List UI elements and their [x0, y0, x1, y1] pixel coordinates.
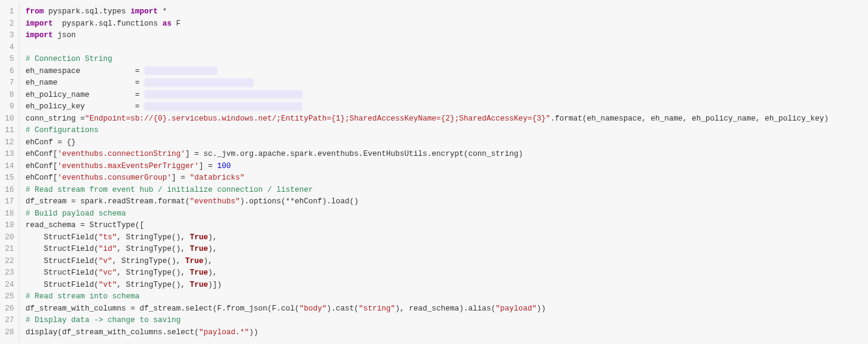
token-str: "id": [99, 245, 117, 253]
token-text: df_stream_with_columns = df_stream.selec…: [26, 304, 299, 313]
token-text: eh_namespace =: [26, 67, 144, 75]
line-number: 21: [5, 244, 14, 256]
token-text: , StringType(),: [117, 245, 190, 253]
line-number: 10: [5, 113, 14, 125]
line-number: 5: [5, 54, 14, 66]
line-number: 22: [5, 256, 14, 268]
line-number: 2: [5, 18, 14, 30]
token-bool: True: [190, 245, 208, 253]
token-str: "eventhubs": [190, 197, 240, 206]
code-line: eh_namespace =: [26, 66, 862, 78]
token-text: ),: [208, 245, 217, 253]
line-number: 13: [5, 149, 14, 161]
token-text: F: [172, 19, 181, 28]
code-line: df_stream_with_columns = df_stream.selec…: [26, 303, 862, 315]
line-number: 12: [5, 137, 14, 149]
code-line: StructField("vc", StringType(), True),: [26, 267, 862, 279]
token-kw: as: [162, 19, 172, 28]
line-number: 9: [5, 101, 14, 113]
code-content[interactable]: from pyspark.sql.types import *import py…: [19, 2, 868, 342]
code-line: from pyspark.sql.types import *: [26, 6, 862, 18]
token-text: , StringType(),: [117, 281, 190, 289]
token-text: ),: [204, 257, 213, 265]
code-editor: 1234567891011121314151617181920212223242…: [0, 2, 868, 342]
code-line: # Display data -> change to saving: [26, 315, 862, 327]
token-str: "vt": [99, 281, 117, 289]
line-number: 6: [5, 66, 14, 78]
token-text: pyspark.sql.types: [44, 7, 131, 16]
token-text: ] = sc._jvm.org.apache.spark.eventhubs.E…: [186, 150, 523, 158]
redacted-value: [144, 79, 254, 87]
token-bool: True: [190, 281, 208, 289]
code-line: eh_policy_name =: [26, 90, 862, 102]
token-text: StructField(: [26, 245, 99, 253]
token-text: eh_policy_key =: [26, 102, 144, 111]
token-str: 'eventhubs.maxEventsPerTrigger': [58, 162, 200, 170]
line-number: 19: [5, 220, 14, 232]
line-number: 18: [5, 208, 14, 220]
token-str: "ts": [99, 233, 117, 242]
token-text: conn_string =: [26, 114, 85, 123]
token-text: , StringType(),: [117, 269, 190, 277]
token-text: )): [249, 328, 259, 337]
line-number: 25: [5, 291, 14, 303]
code-line: import pyspark.sql.functions as F: [26, 18, 862, 30]
token-text: eh_policy_name =: [26, 91, 144, 99]
code-line: display(df_stream_with_columns.select("p…: [26, 327, 862, 339]
code-line: # Read stream from event hub / initializ…: [26, 184, 862, 197]
line-number: 20: [5, 232, 14, 244]
token-str: "payload": [496, 304, 537, 313]
token-text: ),: [208, 233, 217, 242]
token-str: 'eventhubs.connectionString': [58, 150, 186, 158]
token-cmt: # Connection String: [26, 55, 113, 63]
token-cmt: # Configurations: [26, 126, 99, 135]
token-text: .format(eh_namespace, eh_name, eh_policy…: [550, 114, 829, 123]
token-kw: import: [26, 31, 53, 40]
token-text: ),: [208, 269, 217, 277]
line-number: 27: [5, 315, 14, 327]
code-line: StructField("ts", StringType(), True),: [26, 232, 862, 244]
token-text: , StringType(),: [113, 257, 186, 265]
token-str: "vc": [99, 269, 117, 277]
token-text: ] =: [199, 162, 217, 170]
code-line: StructField("v", StringType(), True),: [26, 256, 862, 268]
code-line: ehConf['eventhubs.consumerGroup'] = "dat…: [26, 172, 862, 184]
line-number-gutter: 1234567891011121314151617181920212223242…: [0, 2, 19, 342]
token-cmt: # Display data -> change to saving: [26, 316, 181, 325]
line-number: 1: [5, 6, 14, 18]
token-str: "databricks": [190, 174, 245, 182]
code-line: [26, 42, 862, 54]
token-cmt: # Read stream from event hub / initializ…: [26, 186, 313, 194]
code-line: import json: [26, 30, 862, 42]
token-text: read_schema = StructType([: [26, 221, 144, 230]
code-line: read_schema = StructType([: [26, 220, 862, 232]
token-text: *: [158, 7, 167, 16]
code-line: conn_string ="Endpoint=sb://{0}.serviceb…: [26, 113, 862, 125]
line-number: 3: [5, 30, 14, 42]
token-text: StructField(: [26, 233, 99, 242]
line-number: 14: [5, 161, 14, 173]
token-text: pyspark.sql.functions: [53, 19, 162, 28]
token-str: 'eventhubs.consumerGroup': [58, 174, 172, 182]
line-number: 4: [5, 42, 14, 54]
token-text: )]): [208, 281, 222, 289]
token-text: , StringType(),: [117, 233, 190, 242]
token-text: ] =: [172, 174, 190, 182]
token-str: "payload.*": [199, 328, 249, 337]
token-text: display(df_stream_with_columns.select(: [26, 328, 199, 337]
line-number: 15: [5, 172, 14, 184]
code-line: # Build payload schema: [26, 208, 862, 220]
redacted-value: [144, 66, 217, 75]
line-number: 11: [5, 125, 14, 137]
token-bool: True: [190, 269, 208, 277]
token-text: ).options(**ehConf).load(): [240, 197, 359, 206]
token-text: ehConf[: [26, 174, 58, 182]
token-text: StructField(: [26, 257, 99, 265]
token-cmt: # Read stream into schema: [26, 292, 140, 301]
token-str: "body": [299, 304, 327, 313]
token-cmt: # Build payload schema: [26, 209, 126, 218]
line-number: 24: [5, 279, 14, 292]
token-text: ).cast(: [327, 304, 359, 313]
token-num: 100: [217, 162, 231, 170]
token-text: ehConf[: [26, 150, 58, 158]
